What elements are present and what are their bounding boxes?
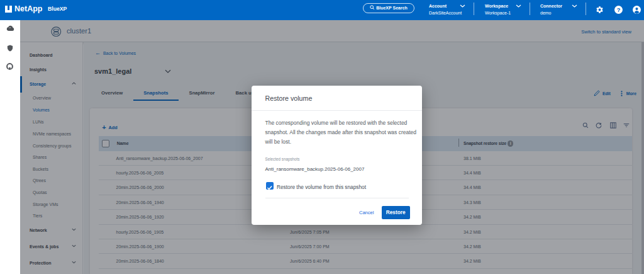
svg-text:?: ? — [617, 7, 621, 13]
